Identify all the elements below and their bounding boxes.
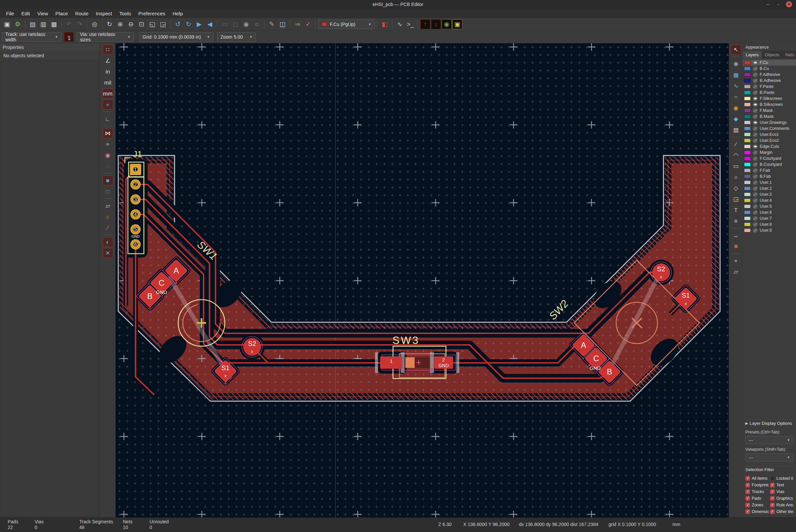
active-layer-selector[interactable]: F.Cu (PgUp) ▼ [318,20,375,29]
checkbox[interactable] [745,489,750,494]
layer-pair-toggle-icon[interactable]: ◧ [380,19,390,29]
layer-visibility-toggle[interactable] [753,72,758,77]
zoom-selector[interactable]: Zoom 5.00 ▼ [217,32,256,42]
layer-row-user-comments[interactable]: User.Comments [743,126,796,132]
layer-row-b-cu[interactable]: B.Cu [743,65,796,72]
layer-color-swatch[interactable] [744,163,751,167]
find-icon[interactable]: ◎ [90,19,99,29]
draw-circle-tool-icon[interactable]: ○ [731,172,741,182]
grid-selector[interactable]: Grid: 0.1000 mm (0.0039 in) ▼ [139,32,213,42]
place-via-tool-icon[interactable]: ◉ [731,103,741,113]
units-mils-icon[interactable]: mil [103,78,113,88]
layer-color-swatch[interactable] [744,222,751,226]
tab-layers[interactable]: Layers [743,51,762,59]
layer-visibility-toggle[interactable] [753,174,758,179]
menu-inspect[interactable]: Inspect [93,10,115,17]
plugin-arrow-up-icon[interactable]: ↑ [420,19,430,29]
layer-visibility-toggle[interactable] [753,210,758,215]
zoom-out-icon[interactable]: ⊖ [126,19,136,29]
scripting-console-icon[interactable]: >_ [405,19,415,29]
layer-row-user-5[interactable]: User.5 [743,204,796,209]
layer-visibility-toggle[interactable] [753,186,758,191]
filter-vias[interactable]: Vias [770,489,793,494]
units-mm-icon[interactable]: mm [103,89,113,98]
layer-visibility-toggle[interactable] [753,168,758,173]
minimize-button[interactable]: – [765,1,771,7]
layer-color-swatch[interactable] [744,84,751,89]
layer-row-f-courtyard[interactable]: F.Courtyard [743,155,796,162]
layer-row-f-adhesive[interactable]: F.Adhesive [743,72,796,78]
layer-visibility-toggle[interactable] [753,198,758,203]
filter-pads[interactable]: Pads [745,496,769,501]
menu-tools[interactable]: Tools [116,10,134,17]
pcb-canvas[interactable]: 1 2 3 4 5 6 GND J1 [115,43,729,517]
plugin-frame-icon[interactable]: ▣ [452,19,462,29]
layer-visibility-toggle[interactable] [753,144,758,149]
filter-dimensions[interactable]: Dimensions [745,509,769,514]
layer-row-user-4[interactable]: User.4 [743,197,796,204]
menu-place[interactable]: Place [52,10,71,17]
units-inches-icon[interactable]: in [103,66,113,77]
layer-visibility-toggle[interactable] [753,162,758,167]
update-pcb-from-schematic-icon[interactable]: ⇒ [292,19,302,29]
layer-color-swatch[interactable] [744,186,751,190]
checkbox[interactable] [770,496,775,501]
footprint-editor-icon[interactable]: ✎ [267,19,277,29]
place-textbox-tool-icon[interactable]: ≡ [731,216,741,226]
filter-graphics[interactable]: Graphics [770,496,793,501]
draw-polygon-tool-icon[interactable]: ◇ [731,183,741,193]
refresh-icon[interactable]: ↻ [105,19,115,29]
net-highlight-icon[interactable]: ◉ [103,150,113,160]
presets-selector[interactable]: --- ▼ [745,436,793,444]
layer-color-swatch[interactable] [744,109,751,113]
board-setup-icon[interactable]: ⚙ [13,19,23,29]
save-icon[interactable]: ▣ [2,19,12,29]
layer-color-swatch[interactable] [744,97,751,100]
filter-all-items[interactable]: All items [745,476,769,481]
menu-route[interactable]: Route [72,10,92,17]
appearance-manager-toggle-icon[interactable]: ◐ [103,237,113,247]
polar-coordinates-icon[interactable]: ∠ [103,56,113,65]
netclass-via-indicator-button[interactable]: = [64,32,74,42]
layer-color-swatch[interactable] [744,115,751,118]
layer-visibility-toggle[interactable] [753,108,758,113]
filter-rule-areas[interactable]: Rule Areas [770,503,793,507]
checkbox[interactable] [770,509,775,514]
layer-row-f-silkscreen[interactable]: F.Silkscreen [743,96,796,101]
layer-visibility-toggle[interactable] [753,180,758,185]
checkbox[interactable] [745,476,750,481]
layer-row-user-9[interactable]: User.9 [743,227,796,233]
flip-horizontal-icon[interactable]: ▶ [194,19,204,29]
layer-row-b-fab[interactable]: B.Fab [743,173,796,179]
layer-visibility-toggle[interactable] [753,150,758,155]
interactive-router-icon[interactable]: ∿ [395,19,405,29]
layer-color-swatch[interactable] [744,210,751,214]
layer-visibility-toggle[interactable] [753,132,758,137]
checkbox[interactable] [745,503,750,507]
layer-row-b-mask[interactable]: B.Mask [743,114,796,119]
measure-tool-icon[interactable]: ▱ [731,267,741,277]
layer-row-b-paste[interactable]: B.Paste [743,90,796,96]
layer-color-swatch[interactable] [744,61,751,64]
menu-preferences[interactable]: Preferences [135,10,168,17]
track-angle-mode-icon[interactable]: ∟ [103,114,113,124]
zoom-in-icon[interactable]: ⊕ [115,19,125,29]
layer-color-swatch[interactable] [744,198,751,203]
checkbox[interactable] [745,509,750,514]
layer-visibility-toggle[interactable] [753,60,758,65]
draw-line-tool-icon[interactable]: ∕ [731,139,741,149]
layer-visibility-toggle[interactable] [753,204,758,209]
filter-tracks[interactable]: Tracks [745,489,769,494]
track-width-selector[interactable]: Track: use netclass width ▼ [2,32,61,42]
layer-row-user-8[interactable]: User.8 [743,222,796,227]
draw-arc-tool-icon[interactable]: ◠ [731,150,741,160]
checkbox[interactable] [770,483,775,488]
layer-row-user-eco2[interactable]: User.Eco2 [743,137,796,144]
layer-row-f-cu[interactable]: F.Cu [743,60,796,65]
layer-color-swatch[interactable] [744,192,751,196]
menu-edit[interactable]: Edit [18,10,33,17]
zoom-fit-icon[interactable]: ⊡ [136,19,147,29]
layer-visibility-toggle[interactable] [753,96,758,101]
filter-footprints[interactable]: Footprints [745,483,769,488]
dimension-tool-icon[interactable]: ↔ [731,230,741,240]
